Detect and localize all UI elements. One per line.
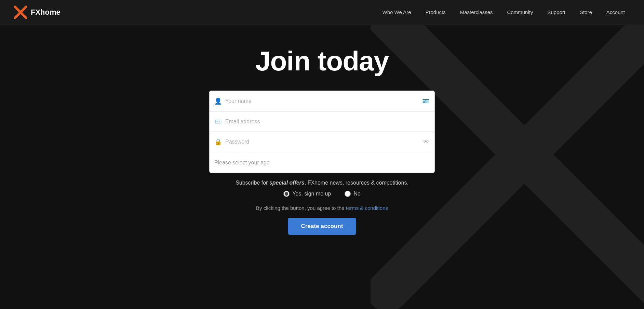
nav-item-store[interactable]: Store [574, 6, 598, 18]
nav-item-masterclasses[interactable]: Masterclasses [455, 6, 498, 18]
email-input[interactable] [225, 119, 430, 125]
subscribe-text: Subscribe for special offers, FXhome new… [209, 180, 435, 186]
age-select[interactable]: Please select your age Under 13 13-17 18… [210, 152, 434, 173]
special-offers-text: special offers [269, 180, 305, 186]
logo-text: FXhome [31, 8, 61, 17]
terms-link[interactable]: terms & conditions [346, 205, 388, 211]
navbar: FXhome Who We Are Products Masterclasses… [0, 0, 644, 25]
terms-text: By clicking the button, you agree to the… [209, 205, 435, 211]
logo-icon [14, 5, 27, 19]
name-input[interactable] [225, 98, 422, 104]
subscribe-section: Subscribe for special offers, FXhome new… [209, 180, 435, 235]
main-content: Join today 👤 🪪 ✉️ 🔒 👁 [0, 25, 644, 255]
subscribe-text-after: , FXhome news, resources & competitions. [305, 180, 408, 186]
form-fields-group: 👤 🪪 ✉️ 🔒 👁 [209, 91, 435, 152]
radio-yes-text: Yes, sign me up [292, 191, 331, 197]
eye-icon[interactable]: 👁 [422, 138, 430, 146]
subscribe-text-before: Subscribe for [236, 180, 269, 186]
radio-no-label[interactable]: No [345, 191, 360, 197]
email-field-wrapper: ✉️ [209, 111, 435, 132]
name-field-wrapper: 👤 🪪 [209, 91, 435, 111]
radio-yes-input[interactable] [283, 191, 290, 197]
password-input[interactable] [225, 139, 422, 145]
nav-item-support[interactable]: Support [542, 6, 571, 18]
logo-link[interactable]: FXhome [14, 5, 61, 19]
password-field-wrapper: 🔒 👁 [209, 132, 435, 152]
create-account-button[interactable]: Create account [288, 218, 356, 235]
page-title: Join today [255, 45, 389, 77]
lock-icon: 🔒 [214, 138, 222, 146]
nav-item-community[interactable]: Community [502, 6, 539, 18]
radio-no-text: No [353, 191, 360, 197]
registration-form: 👤 🪪 ✉️ 🔒 👁 Please select your age Under … [209, 91, 435, 235]
nav-item-who-we-are[interactable]: Who We Are [377, 6, 417, 18]
radio-yes-label[interactable]: Yes, sign me up [283, 191, 331, 197]
age-select-wrapper: Please select your age Under 13 13-17 18… [209, 152, 435, 173]
nav-links: Who We Are Products Masterclasses Commun… [377, 9, 630, 15]
radio-no-input[interactable] [345, 191, 351, 197]
nav-item-products[interactable]: Products [420, 6, 451, 18]
email-icon: ✉️ [214, 118, 222, 125]
nav-item-account[interactable]: Account [601, 6, 630, 18]
subscribe-radio-group: Yes, sign me up No [209, 191, 435, 197]
id-card-icon: 🪪 [422, 97, 430, 105]
user-icon: 👤 [214, 97, 222, 105]
terms-before-text: By clicking the button, you agree to the [256, 205, 346, 211]
